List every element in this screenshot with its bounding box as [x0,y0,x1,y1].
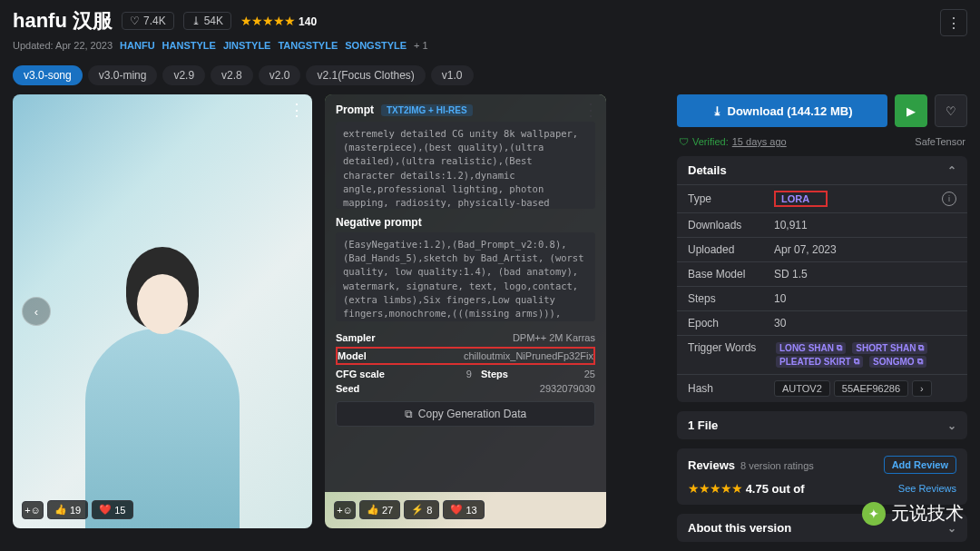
shield-check-icon: 🛡 [679,136,689,147]
preview-image [13,94,312,528]
copy-icon: ⧉ [917,357,923,367]
negative-prompt-label: Negative prompt [336,216,595,229]
verified-date-link[interactable]: 15 days ago [732,136,787,147]
copy-generation-button[interactable]: ⧉ Copy Generation Data [336,401,595,427]
type-label: Type [688,192,774,205]
watermark: ✦ 元说技术 [862,501,964,526]
basemodel-label: Base Model [688,268,774,280]
seed-label: Seed [336,383,359,394]
image-card[interactable]: ⋮ Prompt TXT2IMG + HI-RES extremely deta… [325,94,606,528]
wechat-icon: ✦ [862,502,886,526]
reaction-bolt[interactable]: ⚡ 8 [404,500,439,519]
details-header[interactable]: Details ⌃ [677,156,967,184]
downloads-value: 10,911 [774,219,808,231]
add-reaction-button[interactable]: +☺ [22,501,44,519]
card-menu-icon[interactable]: ⋮ [289,100,305,120]
tag-link[interactable]: HANSTYLE [162,40,216,51]
model-value[interactable]: chilloutmix_NiPrunedFp32Fix [376,350,593,361]
hash-value[interactable]: 55AEF96286 [834,380,908,397]
version-pill[interactable]: v2.8 [211,65,253,85]
version-tabs: v3.0-song v3.0-ming v2.9 v2.8 v2.0 v2.1(… [13,65,967,85]
hash-next-icon[interactable]: › [912,380,932,397]
type-value: LORA [774,191,828,207]
sampler-value: DPM++ 2M Karras [384,332,595,343]
negative-prompt-text[interactable]: (EasyNegative:1.2),(Bad_Prompt_v2:0.8),(… [336,232,595,321]
verified-badge: 🛡 Verified: 15 days ago [679,136,787,147]
image-card[interactable]: ‹ ⋮ +☺ 👍 19 ❤️ 15 [13,94,312,528]
tag-link[interactable]: HANFU [120,40,155,51]
trigger-pill[interactable]: SHORT SHAN ⧉ [852,342,927,354]
steps-label: Steps [688,292,774,305]
version-pill[interactable]: v2.1(Focus Clothes) [306,65,425,85]
details-panel: Details ⌃ Type LORA i Downloads 10,911 U… [677,156,967,402]
sidebar: ⤓ Download (144.12 MB) ▶ ♡ 🛡 Verified: 1… [677,94,967,542]
steps-label: Steps [481,369,508,379]
info-icon[interactable]: i [942,192,956,206]
chevron-down-icon: ⌄ [947,419,956,432]
play-button[interactable]: ▶ [895,94,927,127]
steps-value: 10 [774,292,786,305]
rating-stars[interactable]: ★★★★★140 [240,14,317,28]
see-reviews-link[interactable]: See Reviews [898,483,956,494]
like-button[interactable]: ♡ 7.4K [122,12,174,30]
favorite-button[interactable]: ♡ [935,94,967,127]
trigger-pill[interactable]: PLEATED SKIRT ⧉ [776,356,863,368]
hash-selector[interactable]: AUTOV2 [774,380,830,397]
more-tags[interactable]: + 1 [414,40,428,51]
prompt-label: Prompt [336,103,374,116]
add-review-button[interactable]: Add Review [884,456,956,474]
uploaded-value: Apr 07, 2023 [774,243,837,256]
cfg-label: CFG scale [336,369,385,379]
trigger-pill[interactable]: LONG SHAN ⧉ [776,342,846,354]
download-icon: ⤓ [712,104,722,118]
generation-panel: Prompt TXT2IMG + HI-RES extremely detail… [325,94,606,492]
prompt-badge: TXT2IMG + HI-RES [381,104,473,116]
chevron-up-icon: ⌃ [947,164,956,177]
prompt-text[interactable]: extremely detailed CG unity 8k wallpaper… [336,122,595,209]
epoch-value: 30 [774,317,786,330]
reaction-like[interactable]: 👍 27 [359,500,400,519]
prev-arrow-icon[interactable]: ‹ [22,297,51,326]
reaction-like[interactable]: 👍 19 [47,500,88,519]
updated-date: Updated: Apr 22, 2023 [13,40,113,51]
version-pill[interactable]: v3.0-song [13,65,83,85]
downloads-label: Downloads [688,219,774,231]
reviews-header[interactable]: Reviews8 version ratings Add Review [677,448,967,476]
page-title: hanfu 汉服 [13,7,113,34]
reviews-panel: Reviews8 version ratings Add Review ★★★★… [677,448,967,505]
version-pill[interactable]: v2.9 [162,65,205,85]
download-button[interactable]: ⤓ Download (144.12 MB) [677,94,887,127]
copy-icon: ⧉ [854,357,859,367]
triggers-label: Trigger Words [688,341,774,354]
tag-link[interactable]: TANGSTYLE [278,40,338,51]
download-count[interactable]: ⤓ 54K [183,12,231,30]
files-header[interactable]: 1 File ⌄ [677,411,967,439]
version-pill[interactable]: v1.0 [431,65,474,85]
page-header: hanfu 汉服 ♡ 7.4K ⤓ 54K ★★★★★140 Updated: … [0,0,980,54]
epoch-label: Epoch [688,317,774,330]
version-pill[interactable]: v3.0-ming [88,65,158,85]
reaction-heart[interactable]: ❤️ 13 [443,500,484,519]
copy-icon: ⧉ [405,408,413,420]
reviews-rating: ★★★★★ 4.75 out of [688,481,805,496]
reaction-heart[interactable]: ❤️ 15 [92,500,132,519]
basemodel-value: SD 1.5 [774,268,808,280]
uploaded-label: Uploaded [688,243,774,256]
copy-icon: ⧉ [837,343,842,353]
trigger-pill[interactable]: SONGMO ⧉ [869,356,926,368]
copy-icon: ⧉ [918,343,924,353]
files-panel: 1 File ⌄ [677,411,967,439]
hash-label: Hash [688,382,774,395]
tag-link[interactable]: JINSTYLE [223,40,271,51]
seed-value[interactable]: 2932079030 [368,383,595,394]
model-label: Model [338,350,367,361]
version-pill[interactable]: v2.0 [259,65,301,85]
steps-value: 25 [517,369,595,379]
menu-button[interactable]: ⋮ [940,9,967,36]
sampler-label: Sampler [336,332,375,343]
safetensor-label: SafeTensor [915,136,965,147]
cfg-value: 9 [394,369,472,379]
add-reaction-button[interactable]: +☺ [334,501,356,519]
tag-link[interactable]: SONGSTYLE [345,40,407,51]
